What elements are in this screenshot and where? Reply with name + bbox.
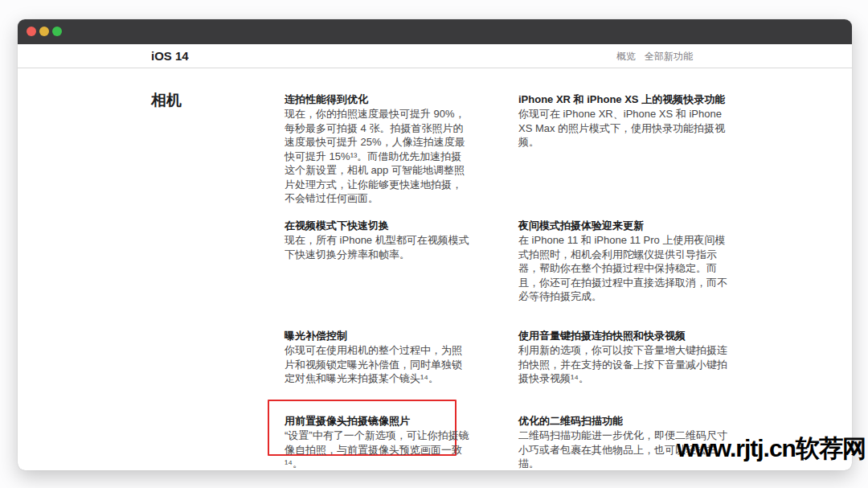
feature-body: 在 iPhone 11 和 iPhone 11 Pro 上使用夜间模式拍照时，相… xyxy=(518,233,727,304)
site-watermark: www.rjtj.cn软荐网 xyxy=(677,433,866,465)
feature-mirrored-selfie: 用前置摄像头拍摄镜像照片 “设置”中有了一个新选项，可让你拍摄镜像自拍照，与前置… xyxy=(285,414,471,471)
section-heading-camera: 相机 xyxy=(151,90,182,111)
feature-volume-key-capture: 使用音量键拍摄连拍快照和快录视频 利用新的选项，你可以按下音量增大键拍摄连拍快照… xyxy=(518,329,727,386)
browser-window: iOS 14 概览 全部新功能 相机 连拍性能得到优化 现在，你的拍照速度最快可… xyxy=(18,19,852,470)
feature-title: iPhone XR 和 iPhone XS 上的视频快录功能 xyxy=(518,92,727,107)
feature-body: “设置”中有了一个新选项，可让你拍摄镜像自拍照，与前置摄像头预览画面一致¹⁴。 xyxy=(285,429,471,471)
zoom-button[interactable] xyxy=(52,27,62,36)
feature-body: 你现可在使用相机的整个过程中，为照片和视频锁定曝光补偿值，同时单独锁定对焦和曝光… xyxy=(285,343,471,386)
nav-link-all-features[interactable]: 全部新功能 xyxy=(645,44,693,68)
feature-title: 优化的二维码扫描功能 xyxy=(518,414,727,429)
feature-body: 现在，所有 iPhone 机型都可在视频模式下快速切换分辨率和帧率。 xyxy=(285,233,471,261)
page-navbar: iOS 14 概览 全部新功能 xyxy=(18,44,852,68)
window-titlebar xyxy=(18,19,852,44)
feature-body: 利用新的选项，你可以按下音量增大键拍摄连拍快照，并在支持的设备上按下音量减小键拍… xyxy=(518,343,727,386)
features-section: 相机 连拍性能得到优化 现在，你的拍照速度最快可提升 90%，每秒最多可拍摄 4… xyxy=(18,68,852,470)
feature-video-mode-switch: 在视频模式下快速切换 现在，所有 iPhone 机型都可在视频模式下快速切换分辨… xyxy=(285,219,471,261)
feature-body: 你现可在 iPhone XR、iPhone XS 和 iPhone XS Max… xyxy=(518,107,727,150)
feature-quicktake-xr-xs: iPhone XR 和 iPhone XS 上的视频快录功能 你现可在 iPho… xyxy=(518,92,727,150)
feature-title: 使用音量键拍摄连拍快照和快录视频 xyxy=(518,329,727,343)
minimize-button[interactable] xyxy=(39,27,49,36)
feature-title: 用前置摄像头拍摄镜像照片 xyxy=(285,414,471,429)
feature-night-mode-update: 夜间模式拍摄体验迎来更新 在 iPhone 11 和 iPhone 11 Pro… xyxy=(518,219,727,304)
close-button[interactable] xyxy=(27,27,36,36)
screenshot-root: iOS 14 概览 全部新功能 相机 连拍性能得到优化 现在，你的拍照速度最快可… xyxy=(0,0,868,488)
feature-exposure-compensation: 曝光补偿控制 你现可在使用相机的整个过程中，为照片和视频锁定曝光补偿值，同时单独… xyxy=(285,329,471,386)
feature-burst-performance: 连拍性能得到优化 现在，你的拍照速度最快可提升 90%，每秒最多可拍摄 4 张。… xyxy=(285,92,471,206)
feature-title: 连拍性能得到优化 xyxy=(285,92,471,107)
feature-title: 曝光补偿控制 xyxy=(285,329,471,343)
feature-title: 在视频模式下快速切换 xyxy=(285,219,471,233)
feature-title: 夜间模式拍摄体验迎来更新 xyxy=(518,219,727,233)
page-title: iOS 14 xyxy=(151,44,189,68)
feature-body: 现在，你的拍照速度最快可提升 90%，每秒最多可拍摄 4 张。拍摄首张照片的速度… xyxy=(285,107,471,206)
nav-link-overview[interactable]: 概览 xyxy=(616,44,636,68)
